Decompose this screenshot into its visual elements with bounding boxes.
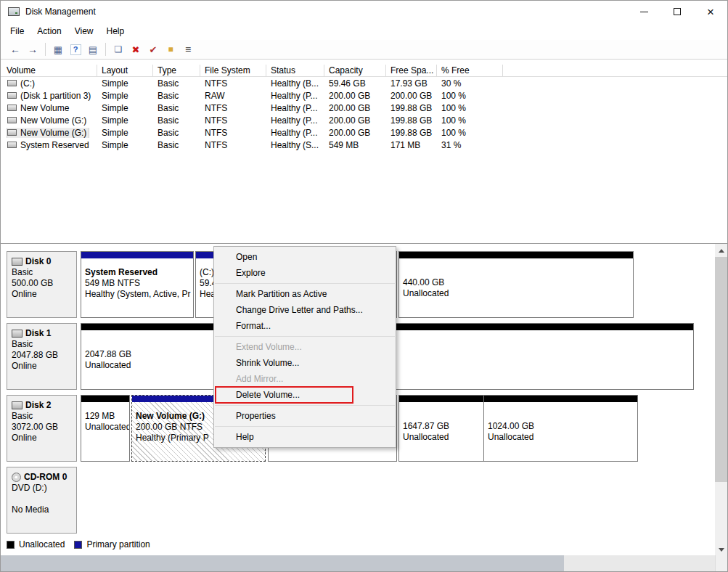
menu-item-mark-partition-active[interactable]: Mark Partition as Active (214, 286, 396, 302)
cell-pct: 100 % (437, 102, 503, 114)
volume-row[interactable]: (Disk 1 partition 3) Simple Basic RAW He… (1, 89, 727, 102)
menu-item-change-drive-letter[interactable]: Change Drive Letter and Paths... (214, 302, 396, 318)
disk-type: Basic (12, 340, 72, 349)
window-title: Disk Management (25, 7, 96, 17)
disk-1-label[interactable]: Disk 1 Basic 2047.88 GB Online (7, 323, 77, 390)
action-pane-button[interactable]: ▤ (84, 41, 102, 57)
delete-volume-label: Delete Volume... (236, 390, 300, 400)
cdrom-0-label[interactable]: CD-ROM 0 DVD (D:) No Media (7, 467, 77, 534)
volume-name: System Reserved (20, 140, 89, 150)
menu-item-properties[interactable]: Properties (214, 408, 396, 424)
minimize-button[interactable] (627, 1, 660, 23)
vertical-scrollbar[interactable] (715, 244, 727, 556)
menu-item-add-mirror: Add Mirror... (214, 371, 396, 387)
menu-item-open[interactable]: Open (214, 249, 396, 265)
partition-name: 440.00 GB (403, 277, 631, 288)
cell-free: 17.93 GB (386, 78, 437, 89)
disk-icon (12, 401, 23, 409)
action-pane-icon: ▤ (89, 44, 97, 55)
menu-item-delete-volume[interactable]: Delete Volume... (214, 387, 396, 403)
header-cell-volume[interactable]: Volume (1, 65, 97, 77)
scroll-down-button[interactable] (715, 544, 727, 556)
volume-row[interactable]: System Reserved Simple Basic NTFS Health… (1, 139, 727, 151)
menu-item-format[interactable]: Format... (214, 318, 396, 334)
menu-item-help[interactable]: Help (214, 429, 396, 445)
volume-name: (Disk 1 partition 3) (20, 91, 91, 101)
disk-status: No Media (12, 505, 72, 515)
toolbar-separator (105, 43, 106, 56)
menu-item-file[interactable]: File (4, 24, 30, 38)
volume-icon (7, 80, 17, 86)
disk-status: Online (12, 361, 72, 371)
volume-row-selected[interactable]: New Volume (G:) Simple Basic NTFS Health… (1, 126, 727, 139)
disk-type: Basic (12, 268, 72, 277)
cell-layout: Simple (97, 102, 153, 114)
partition-unallocated-129mb[interactable]: 129 MB Unallocated (81, 395, 130, 462)
cell-status: Healthy (B... (266, 78, 324, 89)
forward-icon: → (28, 44, 38, 55)
console-tree-button[interactable]: ▦ (49, 41, 67, 57)
cdrom-icon (12, 473, 21, 482)
folder-icon: ■ (168, 44, 173, 54)
header-cell-type[interactable]: Type (153, 65, 200, 77)
disk-0-label[interactable]: Disk 0 Basic 500.00 GB Online (7, 251, 77, 318)
partition-unallocated-1024gb[interactable]: 1024.00 GB Unallocated (483, 395, 638, 462)
volume-row[interactable]: (C:) Simple Basic NTFS Healthy (B... 59.… (1, 77, 727, 89)
menu-item-shrink-volume[interactable]: Shrink Volume... (214, 355, 396, 371)
horizontal-scrollbar-thumb[interactable] (1, 555, 564, 571)
cell-free: 171 MB (386, 139, 437, 151)
legend-label: Unallocated (19, 539, 65, 549)
cell-layout: Simple (97, 78, 153, 89)
delete-button[interactable]: ✖ (127, 41, 144, 57)
partition-system-reserved[interactable]: System Reserved 549 MB NTFS Healthy (Sys… (81, 251, 194, 318)
menu-item-view[interactable]: View (68, 24, 100, 38)
cell-capacity: 200.00 GB (324, 115, 386, 126)
menu-item-explore[interactable]: Explore (214, 265, 396, 281)
cell-pct: 100 % (437, 90, 503, 102)
back-button[interactable]: ← (7, 41, 24, 57)
maximize-button[interactable] (660, 1, 694, 23)
disk-2-label[interactable]: Disk 2 Basic 3072.00 GB Online (7, 395, 77, 462)
volume-icon (7, 117, 17, 123)
menu-item-action[interactable]: Action (30, 24, 68, 38)
disk-icon (12, 330, 23, 338)
scroll-up-button[interactable] (715, 245, 727, 257)
header-cell-layout[interactable]: Layout (97, 65, 153, 77)
volume-row[interactable]: New Volume (G:) Simple Basic NTFS Health… (1, 114, 727, 126)
folder-button[interactable]: ■ (162, 41, 179, 57)
volume-list-header: Volume Layout Type File System Status Ca… (1, 65, 727, 77)
list-button[interactable]: ≡ (179, 41, 197, 57)
cell-capacity: 200.00 GB (324, 102, 386, 114)
cell-capacity: 549 MB (324, 139, 386, 151)
close-button[interactable]: × (694, 1, 727, 23)
volume-name: New Volume (G:) (20, 115, 86, 126)
balloon-icon: ❏ (115, 44, 123, 54)
titlebar: Disk Management × (1, 1, 727, 23)
volume-icon (7, 129, 17, 136)
header-cell-file-system[interactable]: File System (200, 65, 266, 77)
volume-list: Volume Layout Type File System Status Ca… (1, 65, 727, 151)
toolbar-separator (45, 43, 46, 56)
balloon-button[interactable]: ❏ (110, 41, 127, 57)
help-icon: ? (70, 44, 81, 55)
menu-item-extend-volume: Extend Volume... (214, 339, 396, 355)
disk-type: Basic (12, 412, 72, 421)
horizontal-scrollbar[interactable] (1, 555, 727, 571)
cell-layout: Simple (97, 127, 153, 139)
check-button[interactable]: ✔ (144, 41, 162, 57)
menu-item-help[interactable]: Help (100, 24, 131, 38)
forward-button[interactable]: → (24, 41, 41, 57)
volume-row[interactable]: New Volume Simple Basic NTFS Healthy (P.… (1, 102, 727, 114)
partition-unallocated-440gb[interactable]: 440.00 GB Unallocated (398, 251, 634, 318)
help-button[interactable]: ? (67, 41, 84, 57)
header-cell-pct-free[interactable]: % Free (437, 65, 503, 77)
partition-type-strip (484, 396, 637, 402)
header-cell-capacity[interactable]: Capacity (324, 65, 386, 77)
menu-separator (215, 336, 395, 337)
header-cell-status[interactable]: Status (266, 65, 324, 77)
cell-pct: 100 % (437, 115, 503, 126)
cell-status: Healthy (S... (266, 139, 324, 151)
vertical-scrollbar-thumb[interactable] (715, 257, 727, 482)
volume-icon (7, 142, 17, 148)
header-cell-free-space[interactable]: Free Spa... (386, 65, 437, 77)
